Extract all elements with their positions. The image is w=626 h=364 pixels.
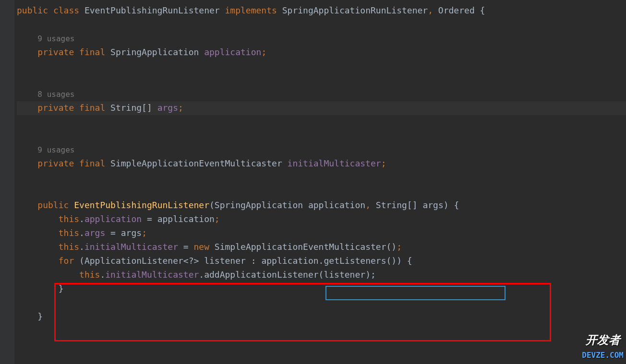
code-line[interactable]: private final SimpleApplicationEventMult… <box>17 157 626 171</box>
operator: = <box>105 228 121 238</box>
semicolon: ; <box>397 242 402 252</box>
keyword-for: for <box>59 256 74 266</box>
brace: ()) { <box>386 256 412 266</box>
paren: ( <box>74 256 84 266</box>
keyword-private: private <box>37 103 74 113</box>
code-line[interactable]: this.initialMulticaster = new SimpleAppl… <box>17 240 626 254</box>
operator: = <box>142 214 157 224</box>
watermark: 开发者 DEVZE.COM <box>582 331 624 362</box>
interface-name: Ordered <box>438 5 475 15</box>
usage-hint-line[interactable]: 8 usages <box>17 87 626 101</box>
editor-gutter <box>0 0 14 364</box>
code-line[interactable]: private final String[] args; <box>17 101 626 115</box>
colon: : <box>246 256 262 266</box>
type-name: SimpleApplicationEventMulticaster <box>110 158 282 168</box>
brace: ) { <box>444 200 459 210</box>
keyword-implements: implements <box>225 5 277 15</box>
class-name: EventPublishingRunListener <box>84 5 220 15</box>
keyword-public: public <box>17 5 48 15</box>
type-name: SimpleApplicationEventMulticaster <box>215 242 386 252</box>
param-type: String[] <box>376 200 418 210</box>
field-name: initialMulticaster <box>288 158 381 168</box>
blank-line <box>17 171 626 185</box>
field-ref: application <box>84 214 142 224</box>
variable: application <box>261 256 318 266</box>
close: ); <box>365 270 376 280</box>
semicolon: ; <box>381 158 386 168</box>
keyword-private: private <box>37 47 74 57</box>
semicolon: ; <box>142 228 147 238</box>
keyword-this: this <box>59 242 79 252</box>
type-name: ApplicationListener<?> <box>84 256 199 266</box>
close-brace: } <box>59 283 64 294</box>
keyword-final: final <box>79 103 105 113</box>
blank-line <box>17 296 626 310</box>
method-call: addApplicationListener <box>204 270 318 280</box>
watermark-cn: 开发者 <box>586 331 620 349</box>
blank-line <box>17 59 626 73</box>
keyword-final: final <box>79 158 105 168</box>
usage-hint-line[interactable]: 9 usages <box>17 143 626 157</box>
method-call: getListeners <box>324 256 386 266</box>
keyword-public: public <box>37 200 69 210</box>
keyword-this: this <box>79 270 100 280</box>
keyword-final: final <box>79 47 105 57</box>
field-ref: initialMulticaster <box>84 242 178 252</box>
param-name: args <box>422 200 443 210</box>
blank-line <box>17 129 626 143</box>
code-line[interactable]: public class EventPublishingRunListener … <box>17 4 626 18</box>
constructor-name: EventPublishingRunListener <box>74 200 209 210</box>
usage-hint[interactable]: 9 usages <box>37 34 74 43</box>
field-name: args <box>157 103 178 113</box>
blank-line <box>17 18 626 32</box>
comma: , <box>428 5 433 15</box>
interface-name: SpringApplicationRunListener <box>282 5 428 15</box>
close-brace: } <box>37 311 43 321</box>
type-name: String[] <box>110 103 152 113</box>
param-type: SpringApplication <box>215 200 303 210</box>
keyword-this: this <box>59 228 79 238</box>
brace: { <box>475 5 485 15</box>
keyword-class: class <box>53 5 79 15</box>
code-line[interactable]: this.initialMulticaster.addApplicationLi… <box>17 268 626 282</box>
usage-hint[interactable]: 9 usages <box>37 145 74 154</box>
variable: listener <box>204 256 246 266</box>
parens: () <box>386 242 397 252</box>
code-line[interactable]: } <box>17 310 626 324</box>
semicolon: ; <box>215 214 220 224</box>
watermark-en: DEVZE.COM <box>582 349 624 362</box>
code-line[interactable]: public EventPublishingRunListener(Spring… <box>17 199 626 212</box>
keyword-private: private <box>37 158 74 168</box>
code-line[interactable]: this.args = args; <box>17 226 626 240</box>
blank-line <box>17 73 626 87</box>
blank-line <box>17 185 626 199</box>
code-line[interactable]: this.application = application; <box>17 212 626 226</box>
variable: application <box>157 214 215 224</box>
field-ref: initialMulticaster <box>105 270 199 280</box>
variable: args <box>121 228 142 238</box>
semicolon: ; <box>178 103 183 113</box>
blank-line <box>17 115 626 129</box>
type-name: SpringApplication <box>110 47 199 57</box>
field-ref: args <box>84 228 105 238</box>
code-line[interactable]: private final SpringApplication applicat… <box>17 46 626 59</box>
keyword-new: new <box>194 242 210 252</box>
code-line[interactable]: for (ApplicationListener<?> listener : a… <box>17 254 626 268</box>
operator: = <box>178 242 194 252</box>
param-name: application <box>308 200 365 210</box>
usage-hint[interactable]: 8 usages <box>37 90 74 99</box>
keyword-this: this <box>59 214 79 224</box>
semicolon: ; <box>261 47 266 57</box>
variable: listener <box>324 270 365 280</box>
comma: , <box>365 200 371 210</box>
field-name: application <box>204 47 261 57</box>
code-line[interactable]: } <box>17 282 626 296</box>
usage-hint-line[interactable]: 9 usages <box>17 32 626 46</box>
code-editor[interactable]: public class EventPublishingRunListener … <box>0 0 626 324</box>
